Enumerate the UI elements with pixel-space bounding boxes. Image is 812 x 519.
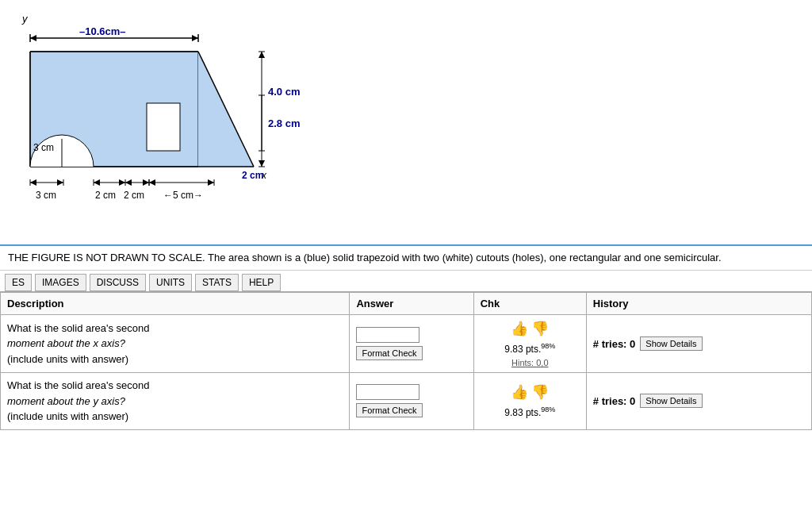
col-header-description: Description <box>1 293 350 315</box>
x-label: x <box>261 170 267 181</box>
answer-input-2[interactable] <box>356 384 419 400</box>
description-cell-1: What is the solid area's second moment a… <box>1 315 350 373</box>
col-header-history: History <box>586 293 811 315</box>
dim3-label: 2 cm <box>124 190 144 201</box>
tab-units[interactable]: UNITS <box>149 274 192 291</box>
answer-cell-2: Format Check <box>350 373 473 430</box>
figure-svg: y –10.6cm– 3 cm 4.0 cm <box>8 8 357 250</box>
col-header-answer: Answer <box>350 293 473 315</box>
show-details-button-1[interactable]: Show Details <box>640 336 702 351</box>
svg-marker-29 <box>94 179 100 186</box>
tab-stats[interactable]: STATS <box>195 274 239 291</box>
thumbs-up-icon-2[interactable]: 👍 <box>511 383 528 401</box>
pts-text-1: 9.83 pts.98% <box>481 342 580 355</box>
table-row: What is the solid area's second moment a… <box>1 373 812 430</box>
svg-marker-25 <box>57 179 63 186</box>
height3-label: 2 cm <box>242 170 263 181</box>
answer-table: Description Answer Chk History What is t… <box>0 292 812 430</box>
thumbs-down-icon-2[interactable]: 👎 <box>531 383 549 401</box>
svg-marker-16 <box>259 52 265 58</box>
width-label: –10.6cm– <box>79 25 126 37</box>
tries-label-1: # tries: 0 <box>593 338 635 350</box>
dim2-label: 2 cm <box>95 190 116 201</box>
svg-marker-39 <box>208 179 214 186</box>
chk-cell-1: 👍 👎 9.83 pts.98% Hints: 0,0 <box>473 315 586 373</box>
history-cell-1: # tries: 0 Show Details <box>586 315 811 373</box>
hints-link-1[interactable]: Hints: 0,0 <box>481 358 580 367</box>
y-axis-label: y <box>21 13 29 25</box>
thumbs-up-icon-1[interactable]: 👍 <box>511 320 528 337</box>
svg-marker-33 <box>125 179 132 186</box>
answer-input-1[interactable] <box>356 327 419 343</box>
height1-label: 4.0 cm <box>268 86 300 98</box>
tab-help[interactable]: HELP <box>242 274 281 291</box>
show-details-button-2[interactable]: Show Details <box>640 394 702 408</box>
tries-label-2: # tries: 0 <box>593 395 635 407</box>
answer-cell-1: Format Check <box>350 315 473 373</box>
dim4-label: ←5 cm→ <box>163 190 203 201</box>
svg-marker-3 <box>30 35 36 41</box>
tab-es[interactable]: ES <box>5 274 32 291</box>
tab-images[interactable]: IMAGES <box>35 274 86 291</box>
pts-text-2: 9.83 pts.98% <box>481 406 580 418</box>
svg-rect-12 <box>147 103 180 151</box>
tabs-bar: ES IMAGES DISCUSS UNITS STATS HELP <box>0 271 812 292</box>
svg-marker-17 <box>259 160 265 167</box>
height2-label: 2.8 cm <box>268 117 300 129</box>
svg-marker-34 <box>143 179 149 186</box>
figure-area: y –10.6cm– 3 cm 4.0 cm <box>0 0 812 246</box>
tab-discuss[interactable]: DISCUSS <box>90 274 146 291</box>
svg-marker-38 <box>149 179 155 186</box>
format-check-button-1[interactable]: Format Check <box>356 346 422 360</box>
history-cell-2: # tries: 0 Show Details <box>586 373 811 430</box>
thumbs-down-icon-1[interactable]: 👎 <box>531 320 549 337</box>
col-header-chk: Chk <box>473 293 586 315</box>
dim1-label: 3 cm <box>36 190 56 201</box>
table-row: What is the solid area's second moment a… <box>1 315 812 373</box>
description-cell-2: What is the solid area's second moment a… <box>1 373 350 430</box>
chk-cell-2: 👍 👎 9.83 pts.98% <box>473 373 586 430</box>
svg-marker-30 <box>119 179 125 186</box>
svg-marker-24 <box>30 179 36 186</box>
radius-label: 3 cm <box>33 142 54 153</box>
format-check-button-2[interactable]: Format Check <box>356 403 422 417</box>
svg-marker-4 <box>192 35 198 41</box>
